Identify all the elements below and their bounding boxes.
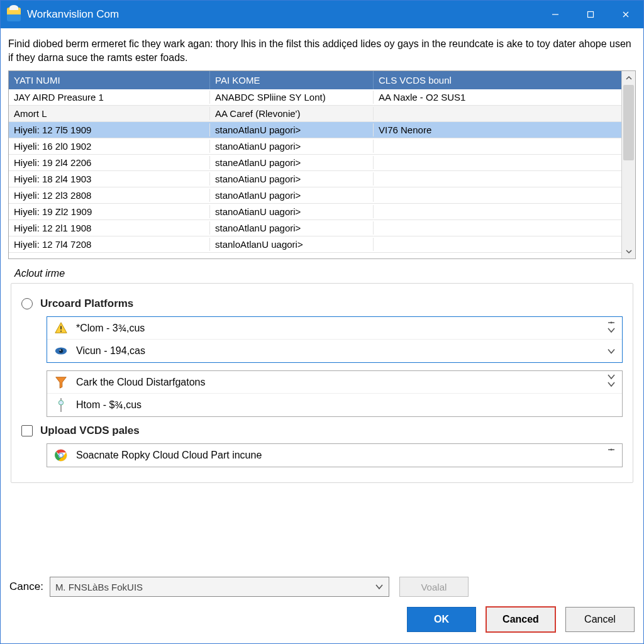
panel-text: Vicun - 194,cas: [76, 345, 145, 357]
table-cell: Hiyeli: 18 2l4 1903: [9, 172, 210, 186]
svg-point-11: [60, 350, 61, 351]
table-row[interactable]: Hiyeli: 12 2l3 2808stanoAtlanU pagori>: [9, 187, 635, 204]
scroll-down-button[interactable]: [622, 245, 635, 258]
table-row[interactable]: Hiyeli: 18 2l4 1903stanoAtianU pagori>: [9, 171, 635, 187]
table-cell: Hiyeli: 12 2l3 2808: [9, 189, 210, 202]
expand-toggle[interactable]: [607, 346, 616, 357]
table-cell: Hiyeli: 12 7l5 1909: [9, 123, 210, 136]
scroll-up-button[interactable]: [622, 71, 635, 85]
svg-point-14: [58, 401, 63, 405]
panel-row[interactable]: Soacnate Ropky Cloud Cloud Part incune: [47, 444, 622, 467]
upload-panel: Soacnate Ropky Cloud Cloud Part incune: [47, 443, 623, 467]
table-cell: stanoAtlanU pagori>: [210, 221, 374, 235]
chevron-down-icon: [607, 381, 616, 387]
svg-point-10: [59, 349, 63, 353]
svg-rect-1: [588, 12, 594, 18]
platforms-label: Urcoard Platforms: [40, 297, 133, 310]
table-cell: Hiyeli: 19 Zl2 1909: [9, 205, 210, 218]
svg-marker-12: [56, 377, 67, 387]
chevron-up-icon: [625, 74, 633, 82]
panel-row[interactable]: Htom - $¾,cus: [47, 394, 622, 416]
voalal-button: Voalal: [399, 577, 469, 597]
platforms-radio[interactable]: [21, 298, 33, 309]
option-upload-row: Upload VCDS pales: [21, 425, 623, 437]
vertical-scrollbar[interactable]: [621, 71, 635, 258]
table-header: YATI NUMI PAI KOME CLS VCDS bounl: [9, 71, 635, 89]
table-cell: Hiyeli: 16 2l0 1902: [9, 140, 210, 153]
col-header-3[interactable]: CLS VCDS bounl: [374, 71, 635, 89]
combo-value: M. FNSLàBs FokUIS: [55, 582, 143, 592]
warning-icon: [53, 321, 69, 336]
expand-controls[interactable]: [607, 447, 616, 453]
table-cell: Amort L: [9, 107, 210, 120]
eye-icon: [53, 343, 69, 358]
cancel-button[interactable]: Cancel: [565, 607, 635, 632]
table-cell: Hiyeli: 12 2l1 1908: [9, 221, 210, 235]
table-cell: [374, 194, 635, 197]
maximize-icon: [586, 10, 595, 19]
ok-button[interactable]: OK: [407, 607, 476, 632]
app-window: Workanvislion Com Finid diobed berm erme…: [0, 0, 644, 644]
chevron-down-icon: [607, 348, 616, 355]
titlebar: Workanvislion Com: [1, 1, 643, 28]
platforms-panel-2: Cark the Cloud Distarfgatons Htom - $¾,c…: [47, 370, 623, 417]
table-row[interactable]: Hiyeli: 16 2l0 1902stanoAtianU pagori>: [9, 138, 635, 155]
button-row: OK Canced Cancel: [9, 607, 635, 632]
panel-row[interactable]: Vicun - 194,cas: [47, 340, 622, 362]
panel-row[interactable]: *Clom - 3¾,cus: [47, 317, 622, 340]
dash-icon: [607, 447, 616, 453]
close-button[interactable]: [608, 1, 643, 28]
bottom-bar: Cance: M. FNSLàBs FokUIS Voalal OK Cance…: [1, 570, 643, 643]
table-cell: stanoAtlanU pagori>: [210, 123, 374, 136]
table-row[interactable]: Hiyeli: 12 7l5 1909stanoAtlanU pagori>VI…: [9, 122, 635, 138]
option-platforms-row: Urcoard Platforms: [21, 297, 623, 310]
table-cell: staneAtlanU pagori>: [210, 156, 374, 169]
options-group: Urcoard Platforms *Clom - 3¾,cus: [11, 283, 633, 483]
expand-controls[interactable]: [607, 374, 616, 387]
dialog-body: Finid diobed berm ermeret fic they wark …: [1, 28, 643, 570]
table-cell: [374, 178, 635, 180]
col-header-2[interactable]: PAI KOME: [210, 71, 374, 89]
upload-checkbox[interactable]: [21, 425, 33, 436]
table-row[interactable]: Amort LAA Caref (Rlevonie'): [9, 106, 635, 122]
minimize-icon: [551, 10, 560, 19]
chevron-down-icon: [607, 374, 616, 380]
table-cell: [374, 243, 635, 246]
table-cell: [374, 211, 635, 213]
table-cell: [374, 227, 635, 230]
panel-text: Cark the Cloud Distarfgatons: [76, 377, 205, 388]
table-cell: stanoAtianU pagori>: [210, 140, 374, 153]
scroll-thumb[interactable]: [623, 85, 634, 160]
svg-rect-5: [60, 326, 62, 330]
minimize-button[interactable]: [538, 1, 573, 28]
table-cell: [374, 113, 635, 115]
panel-text: Htom - $¾,cus: [76, 399, 142, 411]
maximize-button[interactable]: [573, 1, 608, 28]
group-label: Aclout irme: [14, 268, 636, 279]
intro-text: Finid diobed berm ermeret fic they wark …: [8, 37, 636, 64]
table-row[interactable]: Hiyeli: 12 2l1 1908stanoAtlanU pagori>: [9, 220, 635, 236]
table-body: JAY AIRD Preasure 1ANABDC SPliine SY Lon…: [9, 89, 635, 253]
combo-row: Cance: M. FNSLàBs FokUIS Voalal: [9, 577, 635, 597]
chevron-down-icon: [375, 584, 384, 590]
expand-controls[interactable]: [607, 319, 616, 333]
col-header-1[interactable]: YATI NUMI: [9, 71, 210, 89]
close-icon: [621, 10, 630, 19]
cance-combobox[interactable]: M. FNSLàBs FokUIS: [50, 577, 389, 597]
panel-row[interactable]: Cark the Cloud Distarfgatons: [47, 371, 622, 394]
dash-icon: [607, 319, 616, 326]
table-row[interactable]: JAY AIRD Preasure 1ANABDC SPliine SY Lon…: [9, 89, 635, 106]
svg-point-17: [59, 453, 63, 457]
chevron-down-icon: [607, 327, 616, 333]
table-row[interactable]: Hiyeli: 19 2l4 2206staneAtlanU pagori>: [9, 155, 635, 171]
canced-button[interactable]: Canced: [486, 607, 555, 632]
combo-label: Cance:: [9, 580, 43, 593]
table-cell: Hiyeli: 12 7l4 7208: [9, 238, 210, 251]
table-cell: stanoAtianU pagori>: [210, 172, 374, 186]
table-row[interactable]: Hiyeli: 19 Zl2 1909stanoAtianU uagori>: [9, 204, 635, 220]
table-cell: stanoAtianU uagori>: [210, 205, 374, 218]
table-row[interactable]: Hiyeli: 12 7l4 7208stanloAtlanU uagori>: [9, 236, 635, 253]
svg-rect-6: [60, 330, 62, 331]
svg-point-8: [611, 322, 613, 324]
scroll-track[interactable]: [622, 85, 635, 245]
